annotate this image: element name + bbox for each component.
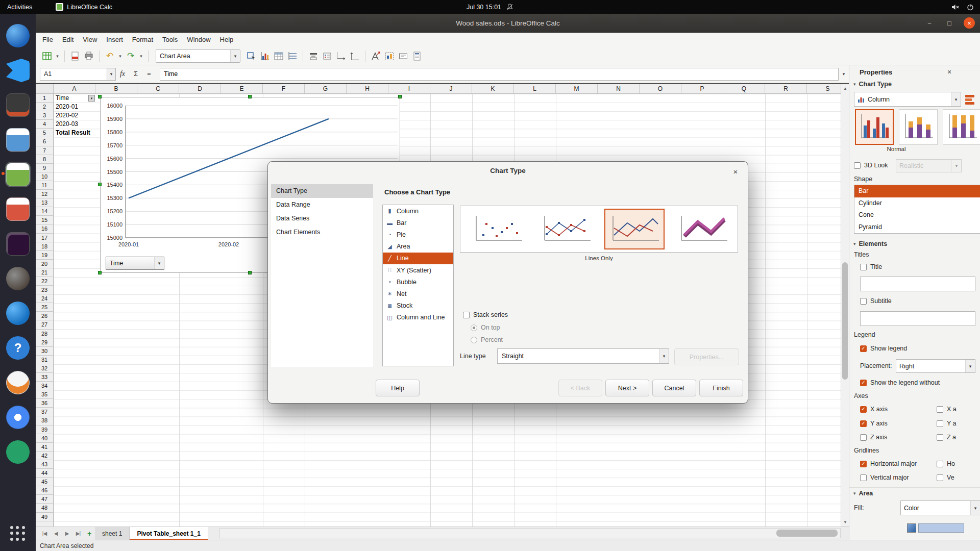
chart-type-dropdown[interactable]: Column ▾ <box>854 92 961 107</box>
tab-nav-arrow[interactable]: ▶| <box>72 531 84 536</box>
subtitle-input[interactable] <box>860 311 975 326</box>
chevron-down-icon[interactable]: ▾ <box>951 92 961 106</box>
fill-type-dropdown[interactable]: Color ▾ <box>900 500 980 515</box>
add-sheet-button[interactable]: + <box>84 530 95 538</box>
shape-list-item[interactable]: Pyramid <box>854 221 980 234</box>
row-header[interactable]: 29 <box>36 338 53 347</box>
tab-nav-arrow[interactable]: ◀ <box>50 531 61 536</box>
column-header[interactable]: K <box>472 84 514 93</box>
chart-type-list-item[interactable]: ∗ Net <box>383 288 453 299</box>
cell-A2[interactable]: 2020-01 <box>54 103 95 111</box>
selection-handle[interactable] <box>248 271 252 274</box>
dock-item-firefox[interactable] <box>0 18 36 53</box>
title-input[interactable] <box>860 277 975 291</box>
x-axis-title-checkbox[interactable]: X a <box>937 406 957 413</box>
row-header[interactable]: 18 <box>36 242 53 251</box>
menu-item[interactable]: Format <box>128 33 158 47</box>
row-header[interactable]: 46 <box>36 486 53 495</box>
chevron-down-icon[interactable]: ▾ <box>970 501 980 515</box>
selection-handle[interactable] <box>98 95 102 98</box>
menu-item[interactable]: Tools <box>158 33 182 47</box>
dock-item-chromium[interactable] <box>0 400 36 435</box>
column-header[interactable]: J <box>430 84 472 93</box>
chart-type-list-item[interactable]: ∘ Bubble <box>383 276 453 288</box>
chevron-down-icon[interactable]: ▾ <box>965 360 975 372</box>
row-header[interactable]: 5 <box>36 129 53 137</box>
row-header[interactable]: 39 <box>36 425 53 434</box>
row-header[interactable]: 14 <box>36 207 53 216</box>
section-area[interactable]: ▾ Area <box>849 487 980 498</box>
selection-handle[interactable] <box>98 183 102 186</box>
column-header[interactable]: E <box>221 84 263 93</box>
dialog-close-icon[interactable]: × <box>729 165 742 178</box>
dock-item-writer[interactable] <box>0 122 36 157</box>
row-header[interactable]: 15 <box>36 216 53 224</box>
close-button[interactable]: × <box>964 17 975 29</box>
column-header[interactable]: Q <box>723 84 765 93</box>
redo-icon[interactable]: ↷ <box>125 50 137 62</box>
row-header[interactable]: 42 <box>36 452 53 460</box>
shape-list-item[interactable]: Bar <box>854 185 980 197</box>
y-axis-icon[interactable] <box>349 50 361 62</box>
menu-item[interactable]: Insert <box>102 33 128 47</box>
chart-type-icon[interactable] <box>259 50 271 62</box>
power-icon[interactable] <box>967 4 974 11</box>
row-header[interactable]: 22 <box>36 277 53 286</box>
row-header[interactable]: 11 <box>36 181 53 190</box>
sheet-tab[interactable]: sheet 1 <box>95 527 130 540</box>
column-header[interactable]: F <box>263 84 305 93</box>
horizontal-minor-checkbox[interactable]: Ho <box>937 460 955 467</box>
menu-item[interactable]: View <box>78 33 102 47</box>
dock-item-vscode[interactable] <box>0 53 36 88</box>
data-table-icon[interactable] <box>273 50 285 62</box>
sum-icon[interactable]: Σ <box>129 68 142 81</box>
x-axis-icon[interactable] <box>335 50 347 62</box>
insert-table-icon[interactable] <box>41 50 53 62</box>
column-header[interactable]: H <box>347 84 388 93</box>
chart-type-list-item[interactable]: ∷ XY (Scatter) <box>383 264 453 276</box>
row-header[interactable]: 45 <box>36 478 53 486</box>
export-pdf-icon[interactable] <box>69 50 81 62</box>
placement-dropdown[interactable]: Right ▾ <box>896 359 975 373</box>
row-header[interactable]: 21 <box>36 268 53 277</box>
horizontal-major-checkbox[interactable]: ✓ Horizontal major <box>860 460 917 467</box>
help-button[interactable]: Help <box>376 380 420 396</box>
menu-item[interactable]: Edit <box>58 33 78 47</box>
row-header[interactable]: 13 <box>36 198 53 207</box>
row-header[interactable]: 27 <box>36 320 53 329</box>
row-header[interactable]: 32 <box>36 364 53 373</box>
dock-item-terminal[interactable] <box>0 227 36 261</box>
print-icon[interactable] <box>83 50 95 62</box>
row-header[interactable]: 7 <box>36 146 53 155</box>
function-wizard-icon[interactable]: fx <box>116 68 129 81</box>
section-elements[interactable]: ▾ Elements <box>849 238 980 249</box>
scale-text-icon[interactable] <box>370 50 382 62</box>
row-header[interactable]: 36 <box>36 399 53 408</box>
dock-item-text-editor[interactable] <box>0 88 36 122</box>
column-header[interactable]: M <box>556 84 598 93</box>
row-header[interactable]: 35 <box>36 390 53 399</box>
row-header[interactable]: 48 <box>36 504 53 512</box>
row-header[interactable]: 20 <box>36 260 53 268</box>
row-header[interactable]: 38 <box>36 416 53 425</box>
sheet-tab[interactable]: Pivot Table_sheet 1_1 <box>130 527 208 540</box>
row-header[interactable]: 43 <box>36 460 53 469</box>
focused-app-indicator[interactable]: LibreOffice Calc <box>56 3 112 11</box>
dock-item-impress[interactable] <box>0 192 36 227</box>
row-header[interactable]: 41 <box>36 443 53 452</box>
row-header[interactable]: 9 <box>36 164 53 172</box>
row-header[interactable]: 4 <box>36 120 53 129</box>
column-header[interactable]: N <box>598 84 640 93</box>
subtype-points-only[interactable] <box>468 209 528 249</box>
vertical-major-checkbox[interactable]: Vertical major <box>860 474 909 481</box>
column-header[interactable]: O <box>640 84 681 93</box>
column-header[interactable]: C <box>137 84 179 93</box>
horizontal-grids-icon[interactable] <box>286 50 299 62</box>
chart-type-list-item[interactable]: ≣ Stock <box>383 300 453 312</box>
dock-item-thunderbird[interactable] <box>0 296 36 331</box>
legend-no-overlap-checkbox[interactable]: ✓ Show the legend without <box>860 379 980 386</box>
column-header[interactable]: B <box>95 84 137 93</box>
subtype-percent-stacked[interactable] <box>943 109 980 145</box>
dock-item-gimp[interactable] <box>0 261 36 296</box>
titles-icon[interactable] <box>307 50 320 62</box>
